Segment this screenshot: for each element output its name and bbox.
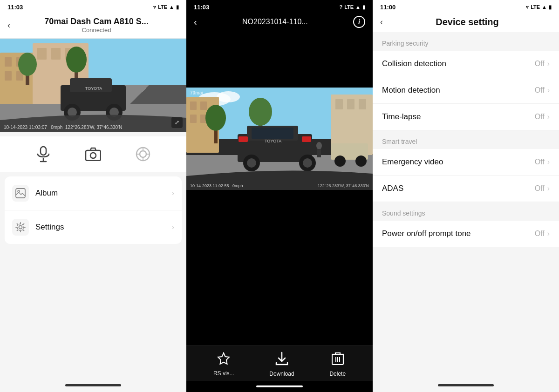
lte-label: LTE bbox=[158, 4, 167, 10]
download-label: Download bbox=[269, 371, 294, 377]
svg-text:TOYOTA: TOYOTA bbox=[85, 86, 102, 91]
motion-value: Off bbox=[535, 86, 545, 95]
svg-rect-45 bbox=[200, 101, 207, 110]
svg-point-70 bbox=[334, 155, 346, 167]
info-button[interactable]: i bbox=[353, 16, 365, 28]
video-overlay-coords: 122°26.283'W, 37°46.330'N bbox=[318, 183, 369, 188]
status-bar-p1: 11:03 ▿ LTE ▲ ▮ bbox=[0, 0, 186, 13]
svg-rect-8 bbox=[51, 48, 61, 60]
camera-icon bbox=[85, 146, 102, 162]
album-label: Album bbox=[35, 189, 172, 198]
video-overlay-info: 10-14-2023 11:02:55 0mph bbox=[190, 183, 243, 188]
svg-point-38 bbox=[19, 226, 22, 229]
motion-detection-item[interactable]: Motion detection Off › bbox=[373, 77, 559, 104]
wifi-icon-p2: ? bbox=[339, 4, 342, 10]
adas-value: Off bbox=[535, 184, 545, 193]
menu-section: Album › Settings › bbox=[5, 176, 182, 244]
svg-rect-4 bbox=[5, 71, 12, 81]
rs-vis-button[interactable]: RS vis... bbox=[213, 352, 234, 377]
delete-label: Delete bbox=[329, 371, 346, 377]
camera-overlay-info: 10-14-2023 11:03:07 0mph 122°26.283'W, 3… bbox=[4, 125, 122, 130]
album-icon bbox=[12, 185, 29, 202]
status-icons-p3: ▿ LTE ▲ ▮ bbox=[526, 4, 552, 10]
delete-button[interactable]: Delete bbox=[329, 351, 346, 377]
collision-chevron: › bbox=[547, 60, 550, 68]
svg-rect-73 bbox=[317, 149, 321, 157]
status-bar-p3: 11:00 ▿ LTE ▲ ▮ bbox=[373, 0, 559, 13]
svg-rect-62 bbox=[239, 136, 248, 142]
settings-header: ‹ Device setting bbox=[373, 13, 559, 32]
svg-point-42 bbox=[217, 91, 240, 102]
power-tone-chevron: › bbox=[547, 230, 550, 238]
settings-label: Settings bbox=[35, 223, 172, 232]
time-p2: 11:03 bbox=[194, 4, 209, 11]
album-menu-item[interactable]: Album › bbox=[5, 176, 182, 210]
mic-button[interactable] bbox=[35, 146, 52, 162]
signal-icon: ▲ bbox=[169, 4, 174, 10]
svg-rect-46 bbox=[190, 115, 197, 123]
wifi-icon: ▿ bbox=[153, 4, 156, 10]
camera-scene: TOYOTA bbox=[0, 39, 186, 132]
camera-scene-svg: TOYOTA bbox=[0, 39, 186, 132]
svg-point-13 bbox=[66, 47, 87, 73]
settings-icon bbox=[12, 219, 29, 236]
svg-rect-44 bbox=[190, 101, 197, 110]
power-tone-label: Power on/off prompt tone bbox=[382, 229, 535, 238]
svg-rect-25 bbox=[41, 147, 46, 155]
battery-icon-p2: ▮ bbox=[362, 4, 365, 10]
emergency-video-item[interactable]: Emergency video Off › bbox=[373, 149, 559, 176]
power-tone-item[interactable]: Power on/off prompt tone Off › bbox=[373, 221, 559, 247]
svg-rect-2 bbox=[5, 57, 12, 67]
battery-icon: ▮ bbox=[176, 4, 179, 10]
svg-point-65 bbox=[247, 158, 256, 168]
video-header: ‹ NO20231014-110... i bbox=[186, 13, 373, 32]
time-p1: 11:03 bbox=[7, 4, 23, 11]
video-title: NO20231014-110... bbox=[197, 18, 353, 26]
time-p3: 11:00 bbox=[380, 4, 395, 11]
timelapse-item[interactable]: Time-lapse Off › bbox=[373, 104, 559, 130]
svg-point-11 bbox=[18, 53, 37, 76]
back-button-p1[interactable]: ‹ bbox=[7, 20, 10, 30]
svg-rect-7 bbox=[37, 48, 47, 60]
svg-rect-28 bbox=[86, 150, 101, 161]
svg-point-55 bbox=[249, 98, 272, 126]
collision-value: Off bbox=[535, 60, 545, 68]
camera-button[interactable] bbox=[85, 146, 102, 162]
panel-video-player: 11:03 ? LTE ▲ ▮ ‹ NO20231014-110... i bbox=[186, 0, 373, 392]
mic-icon bbox=[35, 146, 52, 162]
settings-menu-item[interactable]: Settings › bbox=[5, 210, 182, 244]
svg-point-29 bbox=[90, 153, 96, 158]
signal-icon-p2: ▲ bbox=[355, 4, 361, 10]
emergency-value: Off bbox=[535, 158, 545, 166]
status-icons-p1: ▿ LTE ▲ ▮ bbox=[153, 4, 179, 10]
target-icon bbox=[135, 146, 151, 162]
adas-chevron: › bbox=[547, 184, 550, 193]
adas-item[interactable]: ADAS Off › bbox=[373, 176, 559, 202]
home-indicator-p1 bbox=[0, 378, 186, 392]
zomai-logo: 70mai bbox=[190, 90, 203, 95]
download-button[interactable]: Download bbox=[269, 351, 294, 377]
status-icons-p2: ? LTE ▲ ▮ bbox=[339, 4, 365, 10]
lte-label-p2: LTE bbox=[344, 4, 354, 10]
home-bar-p1 bbox=[65, 384, 121, 386]
camera-preview[interactable]: TOYOTA 10-14-2023 11:03:07 0mph 122°26.2… bbox=[0, 39, 186, 132]
collision-detection-item[interactable]: Collision detection Off › bbox=[373, 51, 559, 77]
device-header: ‹ 70mai Dash Cam A810 S... Connected bbox=[0, 13, 186, 39]
battery-icon-p3: ▮ bbox=[549, 4, 552, 10]
download-icon bbox=[275, 351, 288, 369]
svg-rect-61 bbox=[252, 128, 293, 139]
home-indicator-p3 bbox=[373, 378, 559, 392]
settings-title: Device setting bbox=[383, 17, 552, 27]
timelapse-value: Off bbox=[535, 113, 545, 121]
svg-point-31 bbox=[140, 151, 146, 157]
video-main[interactable]: TOYOTA 70mai 10-14-2023 11:02:55 0mph 12… bbox=[186, 88, 373, 190]
back-button-p2[interactable]: ‹ bbox=[194, 17, 197, 27]
rs-vis-icon bbox=[217, 352, 231, 368]
panel-device-setting: 11:00 ▿ LTE ▲ ▮ ‹ Device setting Parking… bbox=[373, 0, 559, 392]
timelapse-label: Time-lapse bbox=[382, 112, 535, 122]
rs-vis-label: RS vis... bbox=[213, 370, 234, 377]
svg-point-72 bbox=[316, 142, 322, 149]
svg-rect-49 bbox=[335, 99, 343, 109]
fullscreen-button[interactable]: ⤢ bbox=[171, 117, 183, 128]
target-button[interactable] bbox=[135, 146, 151, 162]
